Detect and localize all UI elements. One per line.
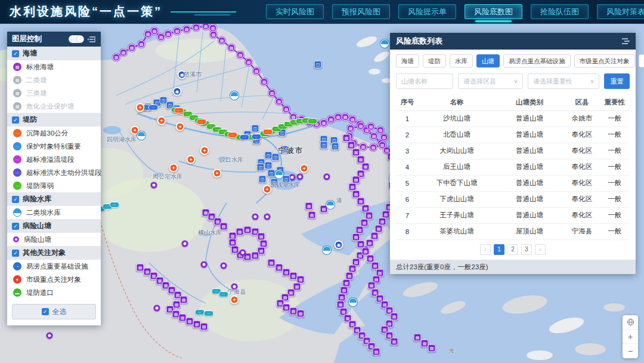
tab-海塘[interactable]: 海塘 xyxy=(396,54,419,67)
map-marker-purple_dense[interactable]: ▤ xyxy=(308,211,316,219)
map-marker-reservoir[interactable] xyxy=(323,246,331,254)
table-row[interactable]: 2北岙山塘普通山塘奉化区一般 xyxy=(396,127,630,143)
map-marker-seawall_coast[interactable]: ▤ xyxy=(349,116,357,124)
map-marker-seawall_coast[interactable]: ▤ xyxy=(218,37,226,45)
layer-panel-collapse-button[interactable] xyxy=(88,36,96,43)
map-marker-purple_dense[interactable]: ▤ xyxy=(391,338,398,346)
select-all-checkbox[interactable]: ✓ xyxy=(42,308,49,315)
map-layers-button[interactable] xyxy=(623,315,638,330)
map-marker-island_loop[interactable]: ▤ xyxy=(370,144,377,152)
map-marker-island_loop[interactable]: ▤ xyxy=(367,123,375,131)
map-marker-seawall_coast[interactable]: ▤ xyxy=(261,78,268,86)
table-row[interactable]: 3大岗山山塘普通山塘奉化区一般 xyxy=(396,143,630,159)
map-marker-seawall_coast[interactable]: ▤ xyxy=(165,30,172,38)
select-all-button[interactable]: ✓ 全选 xyxy=(12,304,96,319)
layer-section-header[interactable]: ✓堤防 xyxy=(7,113,101,127)
map-marker-island_loop[interactable]: ▤ xyxy=(347,125,355,133)
map-marker-seawall_coast[interactable]: ▤ xyxy=(183,26,191,33)
map-marker-blue_pill[interactable]: ⋯ xyxy=(252,134,262,140)
map-marker-pond_ring[interactable] xyxy=(47,333,53,339)
map-marker-blue_square[interactable]: ◫ xyxy=(314,61,322,69)
map-marker-purple_dense[interactable]: ▤ xyxy=(414,334,422,342)
map-marker-focus_orange[interactable]: ✦ xyxy=(169,164,178,173)
pond-name-input[interactable] xyxy=(396,73,453,89)
layer-item-堤防薄弱[interactable]: ⋯堤防薄弱 xyxy=(7,179,101,192)
map-marker-focus_orange[interactable]: ✦ xyxy=(230,296,239,304)
map-marker-seawall_coast[interactable]: ▤ xyxy=(275,98,283,106)
map-marker-seawall_coast[interactable]: ▤ xyxy=(210,31,218,39)
map-marker-seawall_coast[interactable]: ▤ xyxy=(283,106,290,113)
section-checkbox[interactable]: ✓ xyxy=(12,223,19,230)
map-marker-blue_square[interactable]: ◫ xyxy=(259,176,267,183)
map-marker-reservoir[interactable] xyxy=(230,91,239,100)
map-marker-island_loop[interactable]: ▤ xyxy=(357,122,365,130)
map-marker-flood_blue[interactable]: ◉ xyxy=(335,241,343,250)
map-marker-island_loop[interactable]: ▤ xyxy=(379,141,386,149)
map-marker-orange_pill[interactable]: ⋯ xyxy=(228,132,238,138)
nav-button-风险提示单[interactable]: 风险提示单 xyxy=(398,4,456,19)
map-marker-seawall_coast[interactable]: ▤ xyxy=(128,44,136,52)
prev-page-button[interactable]: ‹ xyxy=(480,244,491,255)
map-marker-pond_ring[interactable] xyxy=(221,263,227,269)
layer-section-header[interactable]: ✓病险山塘 xyxy=(7,219,101,233)
map-marker-blue_square[interactable]: ◫ xyxy=(268,170,275,177)
map-marker-focus_orange[interactable]: ✦ xyxy=(136,103,145,112)
map-marker-purple_dense[interactable]: ▤ xyxy=(244,226,252,234)
map-marker-blue_square[interactable]: ◫ xyxy=(283,176,290,183)
map-marker-seawall_coast[interactable]: ▤ xyxy=(151,27,159,35)
map-marker-purple_dense[interactable]: ▤ xyxy=(252,252,259,260)
map-marker-seawall_coast[interactable]: ▤ xyxy=(113,54,120,61)
page-button-3[interactable]: 3 xyxy=(521,244,532,255)
map-marker-pond_ring[interactable] xyxy=(201,262,208,268)
tab-水库[interactable]: 水库 xyxy=(450,54,473,67)
map-marker-blue_pill[interactable]: ⋯ xyxy=(240,134,250,140)
map-marker-blue_square[interactable]: ◫ xyxy=(320,141,328,149)
map-marker-blue_square[interactable]: ◫ xyxy=(265,162,273,170)
next-page-button[interactable]: › xyxy=(535,244,546,255)
section-checkbox[interactable]: ✓ xyxy=(12,196,19,203)
map-marker-focus_orange[interactable]: ✦ xyxy=(187,155,196,164)
map-marker-seawall_coast[interactable]: ▤ xyxy=(228,44,236,52)
layer-item-危化企业保护塘[interactable]: ▤危化企业保护塘 xyxy=(7,100,101,113)
map-marker-pond_ring[interactable] xyxy=(231,284,238,290)
page-button-2[interactable]: 2 xyxy=(507,244,518,255)
district-select[interactable]: 请选择区县 ∨ xyxy=(458,73,523,89)
map-marker-pond_ring[interactable] xyxy=(154,305,160,312)
layer-item-堤防道口[interactable]: ▬堤防道口 xyxy=(7,286,101,299)
table-row[interactable]: 1沙坑山塘普通山塘余姚市一般 xyxy=(396,110,630,127)
map-marker-purple_dense[interactable]: ▤ xyxy=(373,348,380,356)
page-button-1[interactable]: 1 xyxy=(494,244,504,255)
map-marker-blue_square[interactable]: ◫ xyxy=(332,143,339,150)
map-marker-blue_square[interactable]: ◫ xyxy=(252,125,259,133)
section-checkbox[interactable]: ✓ xyxy=(12,116,19,124)
map-marker-pond_ring[interactable] xyxy=(252,214,259,220)
tab-市级重点关注对象[interactable]: 市级重点关注对象 xyxy=(574,54,635,67)
map-marker-purple_dense[interactable]: ▤ xyxy=(220,223,228,230)
map-marker-pond_ring[interactable] xyxy=(297,174,304,180)
map-marker-orange_pill[interactable]: ⋯ xyxy=(197,119,207,125)
map-marker-purple_dense[interactable]: ▤ xyxy=(180,296,188,304)
table-row[interactable]: 6下虎山山塘普通山塘奉化区一般 xyxy=(396,191,630,207)
map-marker-teal_pill[interactable]: ⋯ xyxy=(219,291,229,297)
map-marker-seawall_coast[interactable]: ▤ xyxy=(138,41,145,48)
section-checkbox[interactable]: ✓ xyxy=(12,250,19,257)
nav-button-风险底数图[interactable]: 风险底数图 xyxy=(465,4,522,19)
map-marker-focus_orange[interactable]: ✦ xyxy=(176,122,185,131)
map-marker-focus_orange[interactable]: ✦ xyxy=(300,164,309,173)
nav-button-抢险队伍图[interactable]: 抢险队伍图 xyxy=(531,4,589,19)
map-marker-blue_square[interactable]: ◫ xyxy=(257,164,265,171)
nav-button-风险对策表[interactable]: 风险对策表 xyxy=(597,4,644,19)
map-marker-focus_orange[interactable]: ✦ xyxy=(213,169,222,178)
nav-button-实时风险图[interactable]: 实时风险图 xyxy=(266,4,324,19)
reset-button[interactable]: 重置 xyxy=(604,73,630,89)
map-marker-purple_dense[interactable]: ▤ xyxy=(200,323,208,331)
map-marker-seawall_coast[interactable]: ▤ xyxy=(193,24,200,32)
data-panel-collapse-button[interactable] xyxy=(621,38,630,45)
table-row[interactable]: 8茶婆坑山塘屋顶山塘宁海县一般 xyxy=(396,223,630,239)
map-marker-seawall_coast[interactable]: ▤ xyxy=(245,59,253,66)
map-marker-seawall_coast[interactable]: ▤ xyxy=(120,49,128,57)
layer-item-超标准洪水主动分洪堤段[interactable]: ⋯超标准洪水主动分洪堤段 xyxy=(7,166,101,179)
layer-item-标准海塘[interactable]: ▤标准海塘 xyxy=(7,60,101,73)
map-marker-seawall_coast[interactable]: ▤ xyxy=(370,133,378,140)
layer-item-超标准溢流堤段[interactable]: ⋯超标准溢流堤段 xyxy=(7,153,101,166)
